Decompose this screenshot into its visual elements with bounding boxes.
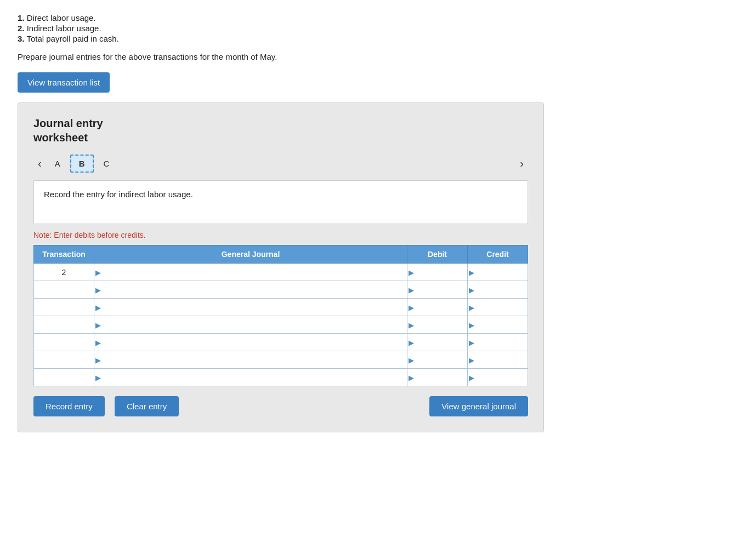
general-journal-cell[interactable]: ▶ [94, 351, 407, 369]
journal-input[interactable] [94, 316, 407, 333]
instruction-text: Record the entry for indirect labor usag… [44, 190, 193, 199]
arrow-indicator-journal: ▶ [95, 338, 101, 346]
col-header-transaction: Transaction [34, 245, 94, 264]
arrow-indicator-journal: ▶ [95, 321, 101, 329]
tab-b[interactable]: B [70, 155, 94, 173]
journal-table: Transaction General Journal Debit Credit… [33, 245, 528, 386]
view-general-journal-button[interactable]: View general journal [429, 396, 528, 416]
credit-cell[interactable]: ▶ [468, 351, 528, 369]
journal-input[interactable] [94, 299, 407, 316]
journal-input[interactable] [94, 281, 407, 298]
tab-a[interactable]: A [47, 156, 68, 172]
record-entry-button[interactable]: Record entry [33, 396, 105, 416]
debit-cell[interactable]: ▶ [407, 316, 468, 334]
table-row: ▶▶▶ [34, 316, 528, 334]
general-journal-cell[interactable]: ▶ [94, 316, 407, 334]
arrow-indicator-debit: ▶ [409, 356, 414, 364]
arrow-indicator-credit: ▶ [469, 373, 474, 381]
debit-input[interactable] [407, 316, 467, 333]
debit-input[interactable] [407, 264, 467, 281]
credit-input[interactable] [468, 264, 528, 281]
table-row: 2▶▶▶ [34, 264, 528, 281]
arrow-indicator-credit: ▶ [469, 321, 474, 329]
worksheet-title: Journal entryworksheet [33, 116, 528, 145]
arrow-indicator-journal: ▶ [95, 268, 101, 276]
intro-list-item-1: 1. Direct labor usage. [18, 13, 719, 22]
journal-input[interactable] [94, 351, 407, 368]
arrow-indicator-journal: ▶ [95, 356, 101, 364]
debit-input[interactable] [407, 369, 467, 386]
journal-input[interactable] [94, 264, 407, 281]
arrow-indicator-journal: ▶ [95, 373, 101, 381]
table-row: ▶▶▶ [34, 351, 528, 369]
credit-input[interactable] [468, 316, 528, 333]
tab-next-button[interactable]: › [515, 156, 528, 171]
credit-cell[interactable]: ▶ [468, 264, 528, 281]
note-text: Note: Enter debits before credits. [33, 231, 528, 239]
debit-input[interactable] [407, 334, 467, 351]
arrow-indicator-credit: ▶ [469, 285, 474, 294]
intro-list: 1. Direct labor usage. 2. Indirect labor… [18, 13, 719, 43]
transaction-cell [34, 351, 94, 369]
arrow-indicator-debit: ▶ [409, 373, 414, 381]
arrow-indicator-debit: ▶ [409, 303, 414, 311]
arrow-indicator-debit: ▶ [409, 268, 414, 276]
intro-description: Prepare journal entries for the above tr… [18, 52, 719, 61]
debit-input[interactable] [407, 351, 467, 368]
arrow-indicator-debit: ▶ [409, 338, 414, 346]
general-journal-cell[interactable]: ▶ [94, 369, 407, 386]
journal-input[interactable] [94, 369, 407, 386]
intro-list-item-3: 3. Total payroll paid in cash. [18, 34, 719, 43]
journal-entry-worksheet: Journal entryworksheet ‹ A B C › Record … [18, 102, 544, 432]
debit-input[interactable] [407, 299, 467, 316]
credit-cell[interactable]: ▶ [468, 369, 528, 386]
arrow-indicator-credit: ▶ [469, 268, 474, 276]
general-journal-cell[interactable]: ▶ [94, 281, 407, 299]
tab-prev-button[interactable]: ‹ [33, 156, 46, 171]
col-header-debit: Debit [407, 245, 468, 264]
table-row: ▶▶▶ [34, 334, 528, 351]
clear-entry-button[interactable]: Clear entry [115, 396, 179, 416]
arrow-indicator-credit: ▶ [469, 356, 474, 364]
arrow-indicator-debit: ▶ [409, 321, 414, 329]
tabs-row: ‹ A B C › [33, 155, 528, 173]
arrow-indicator-journal: ▶ [95, 303, 101, 311]
general-journal-cell[interactable]: ▶ [94, 334, 407, 351]
arrow-indicator-credit: ▶ [469, 303, 474, 311]
credit-cell[interactable]: ▶ [468, 316, 528, 334]
debit-cell[interactable]: ▶ [407, 369, 468, 386]
credit-cell[interactable]: ▶ [468, 334, 528, 351]
transaction-cell [34, 281, 94, 299]
table-row: ▶▶▶ [34, 299, 528, 316]
view-transaction-button[interactable]: View transaction list [18, 72, 110, 93]
arrow-indicator-debit: ▶ [409, 285, 414, 294]
action-buttons: Record entry Clear entry View general jo… [33, 396, 528, 416]
col-header-journal: General Journal [94, 245, 407, 264]
general-journal-cell[interactable]: ▶ [94, 299, 407, 316]
transaction-cell [34, 334, 94, 351]
credit-input[interactable] [468, 281, 528, 298]
credit-input[interactable] [468, 351, 528, 368]
table-row: ▶▶▶ [34, 281, 528, 299]
general-journal-cell[interactable]: ▶ [94, 264, 407, 281]
credit-cell[interactable]: ▶ [468, 281, 528, 299]
credit-input[interactable] [468, 299, 528, 316]
table-row: ▶▶▶ [34, 369, 528, 386]
credit-input[interactable] [468, 334, 528, 351]
credit-cell[interactable]: ▶ [468, 299, 528, 316]
arrow-indicator-journal: ▶ [95, 285, 101, 294]
debit-cell[interactable]: ▶ [407, 299, 468, 316]
debit-cell[interactable]: ▶ [407, 334, 468, 351]
debit-cell[interactable]: ▶ [407, 264, 468, 281]
credit-input[interactable] [468, 369, 528, 386]
debit-input[interactable] [407, 281, 467, 298]
journal-input[interactable] [94, 334, 407, 351]
arrow-indicator-credit: ▶ [469, 338, 474, 346]
debit-cell[interactable]: ▶ [407, 281, 468, 299]
intro-list-item-2: 2. Indirect labor usage. [18, 24, 719, 33]
transaction-cell [34, 316, 94, 334]
transaction-cell: 2 [34, 264, 94, 281]
debit-cell[interactable]: ▶ [407, 351, 468, 369]
tab-c[interactable]: C [96, 156, 117, 172]
col-header-credit: Credit [468, 245, 528, 264]
